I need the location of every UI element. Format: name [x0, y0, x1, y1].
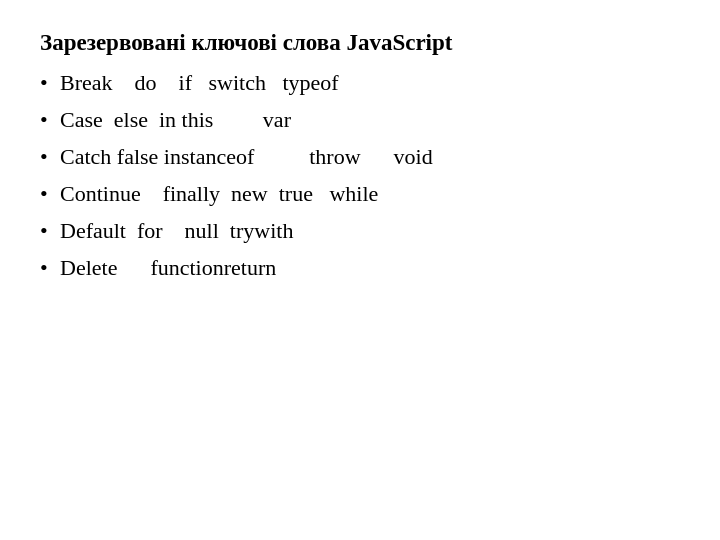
list-item: Case else in this var	[40, 103, 680, 136]
list-item: Catch false instanceof throw void	[40, 140, 680, 173]
page-container: Зарезервовані ключові слова JavaScript B…	[40, 30, 680, 284]
list-item: Break do if switch typeof	[40, 66, 680, 99]
page-title: Зарезервовані ключові слова JavaScript	[40, 30, 680, 56]
keyword-list: Break do if switch typeofCase else in th…	[40, 66, 680, 284]
list-item: Continue finally new true while	[40, 177, 680, 210]
list-item: Default for null trywith	[40, 214, 680, 247]
list-item: Delete functionreturn	[40, 251, 680, 284]
